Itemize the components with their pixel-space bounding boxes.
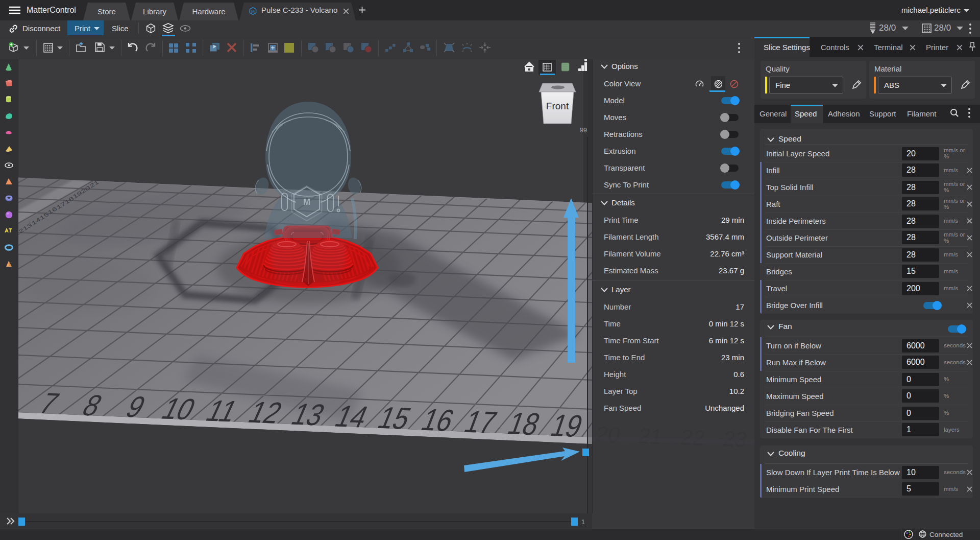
svg-text:Front: Front (546, 101, 569, 111)
svg-text:M: M (251, 9, 255, 14)
svg-text:M: M (303, 197, 310, 207)
